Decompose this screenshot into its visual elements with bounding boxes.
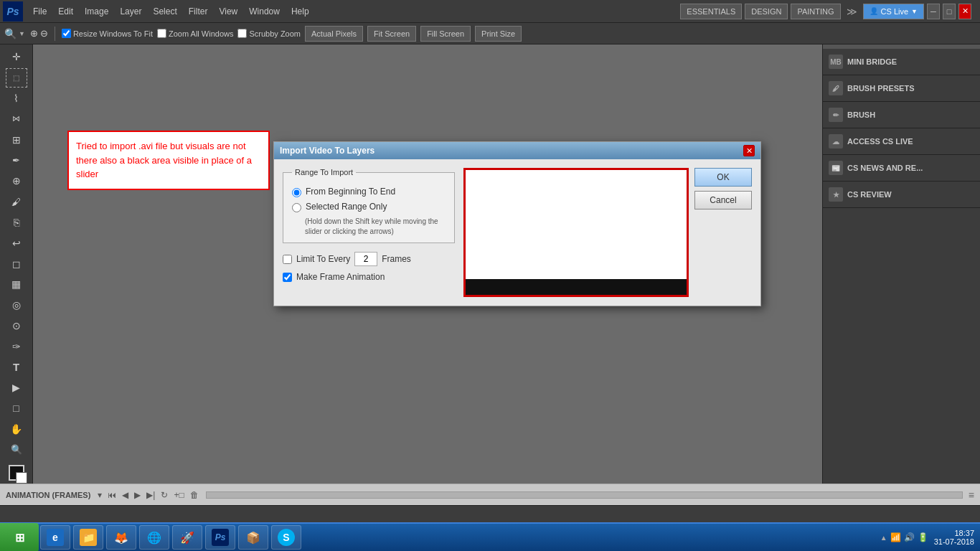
restore-btn[interactable]: □	[943, 4, 956, 19]
magic-wand-tool[interactable]: ⋈	[6, 110, 27, 129]
clock[interactable]: 18:37 31-07-2018	[934, 529, 974, 546]
design-btn[interactable]: DESIGN	[745, 4, 788, 19]
limit-checkbox[interactable]	[283, 255, 292, 264]
ok-button[interactable]: OK	[694, 168, 752, 187]
resize-windows-check[interactable]: Resize Windows To Fit	[62, 29, 153, 38]
close-btn[interactable]: ✕	[958, 4, 971, 19]
anim-menu-btn[interactable]: ▾	[96, 489, 103, 501]
zoom-magnify: ⊕	[30, 28, 38, 39]
actual-pixels-btn[interactable]: Actual Pixels	[305, 26, 363, 42]
shape-tool[interactable]: □	[6, 399, 27, 418]
anim-row: Make Frame Animation	[283, 272, 455, 282]
anim-panel-btn[interactable]: ≡	[969, 489, 974, 501]
windows-logo: ⊞	[15, 531, 24, 545]
resize-windows-input[interactable]	[62, 29, 71, 38]
healing-tool[interactable]: ⊕	[6, 171, 27, 191]
brush-tool[interactable]: 🖌	[6, 192, 27, 212]
dialog-close-btn[interactable]: ✕	[743, 145, 755, 156]
crop-tool[interactable]: ⊞	[6, 130, 27, 149]
taskbar-folder[interactable]: 📁	[73, 525, 103, 550]
right-panel: MB MINI BRIDGE 🖌 BRUSH PRESETS ✏ BRUSH ☁	[822, 44, 980, 484]
menu-view[interactable]: View	[213, 4, 243, 19]
anim-label: Make Frame Animation	[296, 272, 385, 282]
blur-tool[interactable]: ◎	[6, 296, 27, 315]
mini-bridge-icon: MB	[829, 55, 843, 69]
cs-live-btn[interactable]: 👤 CS Live ▼	[863, 4, 924, 19]
cancel-button[interactable]: Cancel	[694, 191, 752, 209]
options-toolbar: 🔍 ▼ ⊕ ⊖ Resize Windows To Fit Zoom All W…	[0, 23, 980, 44]
eraser-tool[interactable]: ◻	[6, 254, 27, 273]
skype-icon: S	[278, 529, 295, 546]
anim-add-frame-btn[interactable]: +□	[172, 489, 185, 501]
scrubby-label: Scrubby Zoom	[249, 29, 301, 38]
anim-trash-btn[interactable]: 🗑	[189, 489, 200, 501]
taskbar-right: ▲ 📶 🔊 🔋 18:37 31-07-2018	[880, 529, 980, 546]
zoom-all-input[interactable]	[157, 29, 166, 38]
fill-screen-btn[interactable]: Fill Screen	[420, 26, 471, 42]
lasso-tool[interactable]: ⌇	[6, 89, 27, 108]
anim-loop-btn[interactable]: ↻	[159, 489, 169, 501]
type-tool[interactable]: T	[6, 357, 27, 377]
zoom-demagnify: ⊖	[40, 28, 48, 39]
clone-tool[interactable]: ⎘	[6, 213, 27, 232]
anim-play-btn[interactable]: ▶	[133, 489, 142, 501]
menu-window[interactable]: Window	[243, 4, 286, 19]
status-bar	[0, 505, 980, 522]
taskbar-firefox[interactable]: 🦊	[106, 525, 136, 550]
range-legend: Range To Import	[292, 168, 356, 176]
menu-image[interactable]: Image	[79, 4, 114, 19]
menu-help[interactable]: Help	[286, 4, 315, 19]
start-button[interactable]: ⊞	[0, 523, 39, 551]
ie-icon: e	[47, 529, 64, 546]
scrubby-check[interactable]: Scrubby Zoom	[237, 29, 301, 38]
radio-beginning[interactable]	[292, 188, 301, 197]
move-tool[interactable]: ✛	[6, 47, 27, 67]
print-size-btn[interactable]: Print Size	[475, 26, 522, 42]
zoom-all-label: Zoom All Windows	[169, 29, 233, 38]
eyedropper-tool[interactable]: ✒	[6, 151, 27, 170]
menu-file[interactable]: File	[27, 4, 52, 19]
dialog-titlebar: Import Video To Layers ✕	[274, 142, 760, 159]
frames-input[interactable]: 2	[354, 252, 377, 266]
essentials-btn[interactable]: ESSENTIALS	[680, 4, 742, 19]
taskbar-ie[interactable]: e	[40, 525, 70, 550]
radio-selected[interactable]	[292, 203, 301, 212]
dodge-tool[interactable]: ⊙	[6, 316, 27, 336]
zoom-all-check[interactable]: Zoom All Windows	[157, 29, 233, 38]
menu-edit[interactable]: Edit	[52, 4, 79, 19]
path-selection-tool[interactable]: ▶	[6, 378, 27, 397]
taskbar-rocket[interactable]: 🚀	[172, 525, 202, 550]
fit-screen-btn[interactable]: Fit Screen	[367, 26, 416, 42]
scrubby-input[interactable]	[237, 29, 247, 38]
taskbar-skype[interactable]: S	[271, 525, 301, 550]
taskbar-chrome[interactable]: 🌐	[139, 525, 169, 550]
access-cs-live-label: ACCESS CS LIVE	[847, 137, 913, 146]
menu-filter[interactable]: Filter	[183, 4, 214, 19]
timeline-scroll[interactable]	[206, 491, 963, 499]
anim-next-btn[interactable]: ▶|	[145, 489, 156, 501]
painting-btn[interactable]: PAINTING	[791, 4, 840, 19]
anim-prev-btn[interactable]: ◀	[121, 489, 130, 501]
gradient-tool[interactable]: ▦	[6, 275, 27, 294]
resize-windows-label: Resize Windows To Fit	[73, 29, 153, 38]
access-cs-live-icon: ☁	[829, 134, 843, 149]
anim-checkbox[interactable]	[283, 273, 292, 282]
taskbar-ps-icon: Ps	[212, 529, 229, 546]
zoom-tool[interactable]: 🔍	[6, 440, 27, 459]
history-brush-tool[interactable]: ↩	[6, 233, 27, 253]
pen-tool[interactable]: ✑	[6, 336, 27, 356]
minimize-btn[interactable]: ─	[927, 4, 940, 19]
access-cs-live-section: ☁ ACCESS CS LIVE	[823, 128, 980, 155]
firefox-icon: 🦊	[113, 529, 130, 546]
taskbar-ps[interactable]: Ps	[205, 525, 235, 550]
menu-layer[interactable]: Layer	[114, 4, 147, 19]
menu-select[interactable]: Select	[147, 4, 182, 19]
taskbar-box[interactable]: 📦	[238, 525, 268, 550]
battery-icon: 🔋	[918, 532, 928, 542]
clock-date: 31-07-2018	[934, 537, 974, 546]
tray-arrow[interactable]: ▲	[880, 534, 887, 542]
marquee-tool[interactable]: ⬚	[6, 68, 27, 88]
anim-first-btn[interactable]: ⏮	[106, 489, 118, 501]
hand-tool[interactable]: ✋	[6, 420, 27, 439]
brush-section: ✏ BRUSH	[823, 102, 980, 128]
